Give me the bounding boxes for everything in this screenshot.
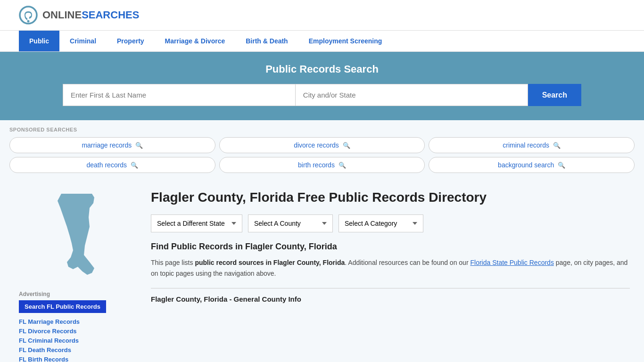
advertising-label: Advertising xyxy=(19,291,137,297)
sidebar-link-criminal[interactable]: FL Criminal Records xyxy=(19,337,79,344)
nav-birth-death[interactable]: Birth & Death xyxy=(235,31,298,51)
body-text: This page lists public record sources in… xyxy=(151,257,630,279)
logo-icon xyxy=(19,6,38,25)
nav-marriage-divorce[interactable]: Marriage & Divorce xyxy=(155,31,236,51)
sidebar-links: FL Marriage Records FL Divorce Records F… xyxy=(19,318,137,362)
hero-section: Public Records Search Search xyxy=(0,52,644,120)
logo-text: ONLINESEARCHES xyxy=(42,9,139,21)
pill-label: marriage records xyxy=(82,141,132,149)
section-subtitle: Flagler County, Florida - General County… xyxy=(151,295,630,303)
main-nav: Public Criminal Property Marriage & Divo… xyxy=(0,31,644,52)
pill-label: death records xyxy=(87,161,127,169)
search-button[interactable]: Search xyxy=(528,84,581,106)
nav-public[interactable]: Public xyxy=(19,31,59,51)
pill-label: background search xyxy=(498,161,554,169)
florida-state-link[interactable]: Florida State Public Records xyxy=(470,259,553,266)
section-divider xyxy=(151,288,630,288)
svg-point-1 xyxy=(27,20,30,23)
pill-criminal-records[interactable]: criminal records 🔍 xyxy=(429,137,635,153)
page-content: Flagler County, Florida Free Public Reco… xyxy=(146,180,644,362)
pill-birth-records[interactable]: birth records 🔍 xyxy=(219,157,425,173)
search-bar: Search xyxy=(63,84,581,106)
florida-map xyxy=(19,189,137,283)
nav-property[interactable]: Property xyxy=(107,31,155,51)
category-dropdown[interactable]: Select A Category xyxy=(339,214,423,232)
pill-label: divorce records xyxy=(294,141,339,149)
search-icon: 🔍 xyxy=(553,142,561,149)
sidebar-link-divorce[interactable]: FL Divorce Records xyxy=(19,328,77,335)
sponsored-section: SPONSORED SEARCHES marriage records 🔍 di… xyxy=(0,120,644,362)
sidebar-link-marriage[interactable]: FL Marriage Records xyxy=(19,318,80,325)
nav-employment[interactable]: Employment Screening xyxy=(298,31,393,51)
pill-label: birth records xyxy=(298,161,335,169)
dropdowns-row: Select a Different State Select A County… xyxy=(151,214,630,232)
search-icon: 🔍 xyxy=(339,162,346,169)
nav-criminal[interactable]: Criminal xyxy=(59,31,107,51)
location-input[interactable] xyxy=(295,84,528,106)
florida-map-svg xyxy=(47,189,108,283)
ad-button[interactable]: Search FL Public Records xyxy=(19,300,106,313)
state-dropdown[interactable]: Select a Different State xyxy=(151,214,242,232)
pill-divorce-records[interactable]: divorce records 🔍 xyxy=(219,137,425,153)
main-content: Advertising Search FL Public Records FL … xyxy=(0,180,644,362)
logo[interactable]: ONLINESEARCHES xyxy=(19,6,139,25)
pill-death-records[interactable]: death records 🔍 xyxy=(9,157,215,173)
pill-background-search[interactable]: background search 🔍 xyxy=(429,157,635,173)
sponsored-grid: marriage records 🔍 divorce records 🔍 cri… xyxy=(9,137,635,173)
hero-title: Public Records Search xyxy=(19,63,625,75)
search-icon: 🔍 xyxy=(135,142,143,149)
pill-label: criminal records xyxy=(503,141,549,149)
search-icon: 🔍 xyxy=(558,162,565,169)
sponsored-label: SPONSORED SEARCHES xyxy=(9,127,635,132)
sidebar-link-birth[interactable]: FL Birth Records xyxy=(19,356,68,362)
body-bold: public record sources in Flagler County,… xyxy=(195,259,345,266)
search-icon: 🔍 xyxy=(131,162,138,169)
search-icon: 🔍 xyxy=(343,142,350,149)
sidebar: Advertising Search FL Public Records FL … xyxy=(0,180,146,362)
pill-marriage-records[interactable]: marriage records 🔍 xyxy=(9,137,215,153)
site-header: ONLINESEARCHES xyxy=(0,0,644,31)
name-input[interactable] xyxy=(63,84,295,106)
page-title: Flagler County, Florida Free Public Reco… xyxy=(151,189,630,206)
find-heading: Find Public Records in Flagler County, F… xyxy=(151,242,630,252)
sidebar-link-death[interactable]: FL Death Records xyxy=(19,346,71,354)
county-dropdown[interactable]: Select A County xyxy=(248,214,333,232)
